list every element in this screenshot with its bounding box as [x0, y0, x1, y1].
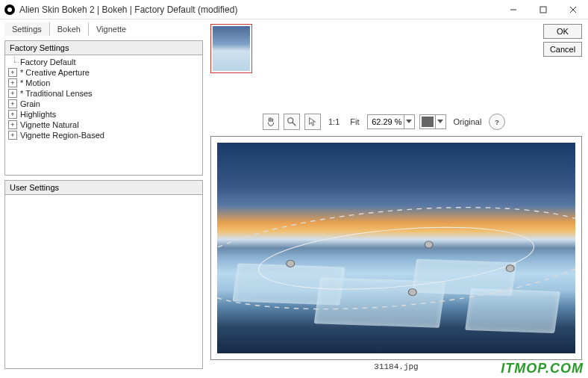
- original-button[interactable]: Original: [451, 117, 485, 126]
- preset-tree[interactable]: Factory Default +* Creative Aperture +* …: [5, 55, 202, 142]
- plus-icon[interactable]: +: [8, 131, 17, 140]
- user-settings-header: User Settings: [5, 181, 202, 195]
- tree-label: Vignette Region-Based: [20, 131, 104, 140]
- plus-icon[interactable]: +: [8, 89, 17, 98]
- factory-settings-panel: Factory Settings Factory Default +* Crea…: [4, 40, 203, 176]
- control-handle[interactable]: [506, 265, 514, 272]
- chevron-down-icon[interactable]: [435, 115, 445, 128]
- plus-icon[interactable]: +: [8, 110, 17, 119]
- chevron-down-icon[interactable]: [404, 115, 414, 128]
- color-swatch: [422, 117, 434, 127]
- preview-thumbnail[interactable]: [210, 24, 252, 73]
- svg-line-5: [293, 123, 295, 126]
- tree-label: Factory Default: [20, 58, 76, 66]
- tree-label: * Traditional Lenses: [20, 89, 93, 98]
- pan-tool[interactable]: [263, 114, 279, 130]
- right-panel: OK Cancel 1:1 Fit Original ?: [207, 19, 588, 378]
- tree-label: * Creative Aperture: [20, 68, 90, 77]
- zoom-combo[interactable]: [367, 114, 415, 129]
- thumbnail-image: [213, 26, 250, 71]
- focus-overlay[interactable]: [217, 143, 575, 353]
- ok-button[interactable]: OK: [543, 24, 582, 39]
- window-title: Alien Skin Bokeh 2 | Bokeh | Factory Def…: [19, 4, 498, 15]
- help-button[interactable]: ?: [489, 114, 505, 130]
- plus-icon[interactable]: +: [8, 120, 17, 129]
- tree-item[interactable]: +Vignette Region-Based: [8, 130, 199, 140]
- pointer-tool[interactable]: [304, 114, 321, 130]
- background-swatch[interactable]: [419, 114, 446, 129]
- control-handle[interactable]: [425, 241, 433, 248]
- tree-label: * Motion: [20, 78, 50, 87]
- user-settings-panel: User Settings: [4, 180, 203, 369]
- tree-item[interactable]: +* Motion: [8, 78, 199, 88]
- minimize-button[interactable]: [498, 0, 528, 19]
- preview-toolbar: 1:1 Fit Original ?: [263, 114, 582, 130]
- app-icon: [4, 4, 15, 15]
- tab-bokeh[interactable]: Bokeh: [50, 22, 89, 36]
- cancel-button[interactable]: Cancel: [543, 42, 582, 57]
- tree-item[interactable]: +* Traditional Lenses: [8, 88, 199, 99]
- plus-icon[interactable]: +: [8, 68, 17, 77]
- svg-point-7: [217, 193, 575, 324]
- tree-item[interactable]: +Highlights: [8, 109, 199, 120]
- control-handle[interactable]: [408, 289, 416, 296]
- user-settings-body[interactable]: [5, 195, 202, 368]
- tab-vignette[interactable]: Vignette: [89, 22, 134, 36]
- tree-label: Vignette Natural: [20, 120, 79, 129]
- one-to-one-button[interactable]: 1:1: [325, 117, 343, 126]
- svg-rect-1: [540, 7, 546, 13]
- tree-label: Highlights: [20, 110, 56, 119]
- factory-settings-header: Factory Settings: [5, 41, 202, 55]
- left-panel: Settings Bokeh Vignette Factory Settings…: [0, 19, 207, 378]
- plus-icon[interactable]: +: [8, 78, 17, 87]
- fit-button[interactable]: Fit: [347, 117, 362, 126]
- zoom-tool[interactable]: [284, 114, 300, 130]
- tree-item[interactable]: Factory Default: [8, 57, 199, 67]
- zoom-input[interactable]: [368, 117, 404, 126]
- tabs: Settings Bokeh Vignette: [4, 22, 203, 36]
- maximize-button[interactable]: [528, 0, 558, 19]
- tree-item[interactable]: +Grain: [8, 99, 199, 109]
- preview-area[interactable]: [210, 136, 582, 360]
- titlebar: Alien Skin Bokeh 2 | Bokeh | Factory Def…: [0, 0, 588, 19]
- preview-image: [217, 143, 575, 353]
- svg-point-8: [255, 217, 537, 298]
- svg-point-4: [288, 118, 293, 123]
- close-button[interactable]: [558, 0, 588, 19]
- tree-item[interactable]: +Vignette Natural: [8, 120, 199, 130]
- filename-label: 31184.jpg: [210, 360, 582, 374]
- svg-text:?: ?: [495, 118, 500, 126]
- plus-icon[interactable]: +: [8, 99, 17, 108]
- tree-item[interactable]: +* Creative Aperture: [8, 67, 199, 78]
- tab-settings[interactable]: Settings: [4, 22, 50, 36]
- control-handle[interactable]: [287, 260, 295, 267]
- tree-label: Grain: [20, 99, 40, 108]
